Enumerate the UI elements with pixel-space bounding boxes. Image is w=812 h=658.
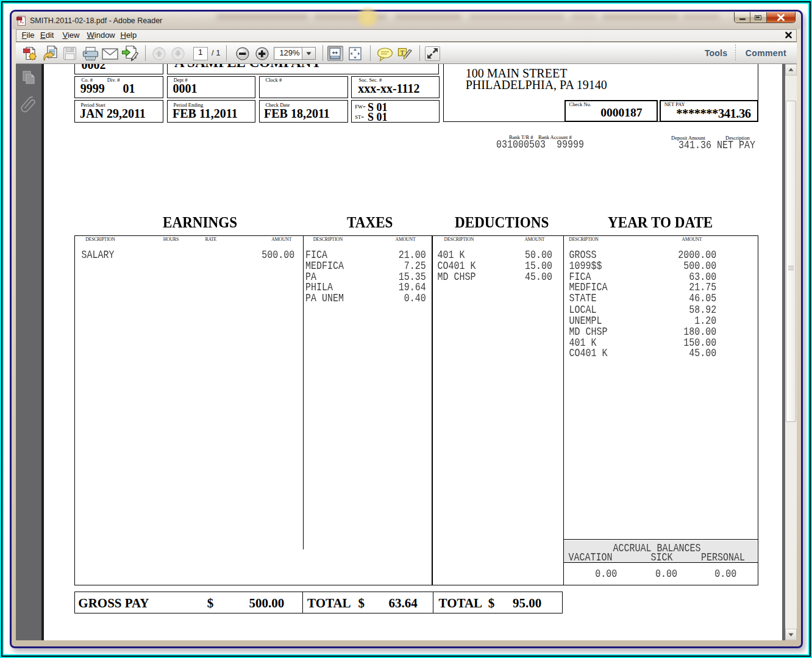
svg-text:T: T	[401, 49, 405, 56]
